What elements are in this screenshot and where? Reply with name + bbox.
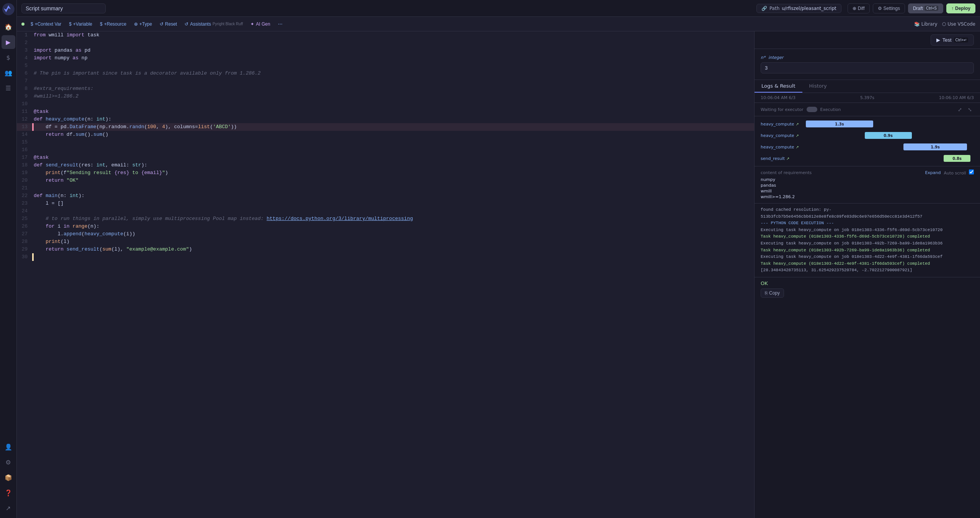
log-line-result: [28.34843428735113, 31.625429237520784, … [761, 267, 974, 274]
draft-button[interactable]: Draft Ctrl+S [908, 3, 943, 13]
sidebar-home-icon[interactable]: 🏠 [2, 20, 15, 34]
deploy-icon: ↑ [951, 6, 954, 11]
vscode-icon: ⬡ [942, 21, 946, 27]
resource-icon: $ [100, 21, 103, 27]
dollar-icon: $ [31, 21, 33, 27]
tab-history[interactable]: History [802, 80, 834, 93]
code-line-13: 13 df = pd.DataFrame(np.random.randn(100… [17, 123, 754, 131]
assistants-sub: Pyright Black Ruff [212, 22, 243, 26]
sidebar: 🏠 ▶ $ 👥 ☰ 👤 ⚙ 📦 ❓ ↗ [0, 0, 17, 518]
variable-icon: $ [69, 21, 72, 27]
diff-icon: ⊕ [853, 6, 856, 11]
content-area: 1 from wmill import task 2 3 import pand… [17, 31, 980, 518]
timing-duration: 5.397s [860, 95, 874, 100]
log-line-cached: found cached resolution: py-513b3fcb7b5e… [761, 207, 974, 220]
extra-button[interactable]: ⋯ [275, 20, 286, 28]
gantt-label-2: heavy_compute ↗ [761, 133, 803, 138]
app-logo [2, 3, 15, 15]
code-line-14: 14 return df.sum().sum() [17, 131, 754, 138]
param-n-input[interactable]: 3 [761, 62, 974, 73]
logs-section: 10:06:04 AM 6/3 5.397s 10:06:10 AM 6/3 W… [755, 93, 980, 518]
add-type-button[interactable]: ⊕ +Type [131, 20, 155, 28]
test-button[interactable]: ▶ Test Ctrl+↵ [931, 34, 974, 46]
gantt-area: heavy_compute ↗ 1.3s heavy_compute [755, 116, 980, 166]
code-line-24: 24 [17, 207, 754, 215]
code-line-15: 15 [17, 138, 754, 146]
log-line-done2: Task heavy_compute (018e1303-492b-7269-b… [761, 247, 974, 254]
req-header: content of requirements [761, 170, 812, 175]
code-line-23: 23 l = [] [17, 200, 754, 207]
req-numpy: numpy [761, 177, 974, 182]
sidebar-package-icon[interactable]: 📦 [2, 471, 15, 484]
main-area: Script summary 🔗 Path u/rfiszel/pleasant… [17, 0, 980, 518]
draft-shortcut: Ctrl+S [924, 6, 938, 11]
code-editor[interactable]: 1 from wmill import task 2 3 import pand… [17, 31, 754, 518]
code-line-28: 28 print(l) [17, 238, 754, 246]
script-title-input[interactable]: Script summary [21, 3, 106, 13]
sidebar-dollar-icon[interactable]: $ [2, 50, 15, 64]
execution-toggle[interactable] [807, 107, 817, 112]
toolbar: $ +Context Var $ +Variable $ +Resource ⊕… [17, 17, 980, 31]
sidebar-settings-icon[interactable]: ⚙ [2, 455, 15, 469]
code-line-9: 9 #wmill>=1.286.2 [17, 93, 754, 100]
code-line-27: 27 l.append(heavy_compute(i)) [17, 230, 754, 238]
collapse-icon-btn[interactable]: ⤡ [965, 105, 974, 114]
library-link[interactable]: 📚 Library [914, 21, 938, 27]
reset-icon: ↺ [160, 21, 163, 27]
add-resource-button[interactable]: $ +Resource [97, 20, 129, 28]
assistants-button[interactable]: ↺ Assistants Pyright Black Ruff [181, 20, 246, 28]
gantt-track-1: 1.3s [806, 121, 974, 127]
reset-button[interactable]: ↺ Reset [157, 20, 180, 28]
exec-status-bar: Waiting for executor Execution ⤢ ⤡ [755, 103, 980, 116]
code-line-30: 30 [17, 253, 754, 261]
gantt-track-2: 0.9s [806, 132, 974, 139]
sidebar-user-icon[interactable]: 👤 [2, 440, 15, 454]
log-line-done1: Task heavy_compute (018e1303-4336-f5f6-d… [761, 233, 974, 240]
copy-button[interactable]: ⎘ Copy [761, 288, 784, 298]
code-line-26: 26 for i in range(n): [17, 223, 754, 230]
test-shortcut: Ctrl+↵ [954, 37, 968, 42]
tab-logs-result[interactable]: Logs & Result [755, 80, 802, 93]
gantt-label-3: heavy_compute ↗ [761, 145, 803, 150]
gantt-track-3: 1.9s [806, 143, 974, 150]
status-indicator [21, 23, 24, 26]
diff-button[interactable]: ⊕ Diff [848, 3, 870, 13]
gantt-label-1: heavy_compute ↗ [761, 122, 803, 127]
settings-button[interactable]: ⚙ Settings [873, 3, 905, 13]
expand-icon-btn[interactable]: ⤢ [956, 105, 964, 114]
expand-button[interactable]: Expand [925, 170, 941, 175]
ai-gen-button[interactable]: ✦ AI Gen [247, 20, 273, 28]
extra-icon: ⋯ [278, 21, 283, 27]
log-line-exec2: Executing task heavy_compute on job 018e… [761, 240, 974, 247]
code-line-8: 8 #extra_requirements: [17, 85, 754, 93]
path-display: 🔗 Path u/rfiszel/pleasant_script [756, 4, 841, 13]
deploy-button[interactable]: ↑ Deploy [946, 3, 975, 13]
sidebar-expand-icon[interactable]: ↗ [2, 501, 15, 515]
ai-icon: ✦ [250, 21, 254, 27]
timing-end: 10:06:10 AM 6/3 [939, 95, 974, 100]
code-line-25: 25 # to run things in parallel, simply u… [17, 215, 754, 223]
sidebar-help-icon[interactable]: ❓ [2, 486, 15, 500]
add-variable-button[interactable]: $ +Variable [66, 20, 95, 28]
code-line-16: 16 [17, 146, 754, 154]
code-line-3: 3 import pandas as pd [17, 47, 754, 54]
path-label: Path [769, 6, 779, 11]
library-icon: 📚 [914, 21, 920, 27]
sidebar-list-icon[interactable]: ☰ [2, 81, 15, 95]
path-icon: 🔗 [761, 6, 767, 11]
code-line-19: 19 print(f"Sending result {res} to {emai… [17, 169, 754, 177]
gantt-row-2: heavy_compute ↗ 0.9s [761, 131, 974, 140]
gantt-row-4: send_result ↗ 0.8s [761, 154, 974, 163]
sidebar-users-icon[interactable]: 👥 [2, 66, 15, 80]
type-icon: ⊕ [134, 21, 138, 27]
panel-icon-group: ⤢ ⤡ [956, 105, 974, 114]
sidebar-play-icon[interactable]: ▶ [2, 35, 15, 49]
gantt-track-4: 0.8s [806, 155, 974, 162]
autoscroll-checkbox[interactable] [969, 169, 974, 174]
output-section: OK ⎘ Copy [755, 277, 980, 301]
use-vscode-link[interactable]: ⬡ Use VSCode [942, 21, 975, 27]
assistants-icon: ↺ [185, 21, 188, 27]
add-context-var-button[interactable]: $ +Context Var [28, 20, 64, 28]
code-line-11: 11 @task [17, 108, 754, 116]
gantt-bar-3: 1.9s [903, 143, 967, 150]
